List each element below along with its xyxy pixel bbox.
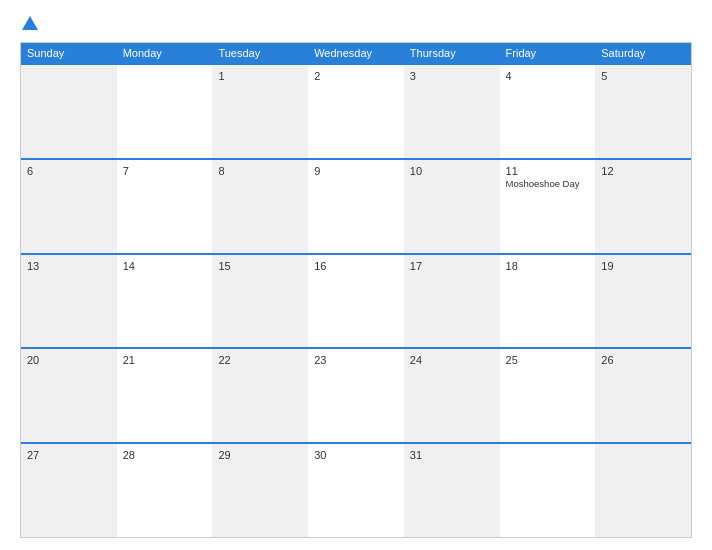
day-cell: 2 xyxy=(308,65,404,158)
day-cell: 26 xyxy=(595,349,691,442)
week-row-2: 13141516171819 xyxy=(21,253,691,348)
day-cell: 11Moshoeshoe Day xyxy=(500,160,596,253)
day-number: 19 xyxy=(601,260,685,272)
calendar-grid: SundayMondayTuesdayWednesdayThursdayFrid… xyxy=(20,42,692,538)
day-cell: 4 xyxy=(500,65,596,158)
day-number: 27 xyxy=(27,449,111,461)
day-cell: 15 xyxy=(212,255,308,348)
day-number: 29 xyxy=(218,449,302,461)
day-header-tuesday: Tuesday xyxy=(212,43,308,63)
day-number: 16 xyxy=(314,260,398,272)
day-number: 30 xyxy=(314,449,398,461)
day-number: 5 xyxy=(601,70,685,82)
day-cell: 20 xyxy=(21,349,117,442)
week-row-0: 12345 xyxy=(21,63,691,158)
day-cell: 7 xyxy=(117,160,213,253)
day-number: 20 xyxy=(27,354,111,366)
day-number: 17 xyxy=(410,260,494,272)
day-number: 26 xyxy=(601,354,685,366)
day-cell: 10 xyxy=(404,160,500,253)
day-cell: 28 xyxy=(117,444,213,537)
day-cell: 8 xyxy=(212,160,308,253)
weeks-container: 1234567891011Moshoeshoe Day1213141516171… xyxy=(21,63,691,537)
day-cell: 23 xyxy=(308,349,404,442)
day-cell: 9 xyxy=(308,160,404,253)
week-row-3: 20212223242526 xyxy=(21,347,691,442)
week-row-1: 67891011Moshoeshoe Day12 xyxy=(21,158,691,253)
day-number: 1 xyxy=(218,70,302,82)
day-number: 3 xyxy=(410,70,494,82)
day-cell: 22 xyxy=(212,349,308,442)
day-number: 15 xyxy=(218,260,302,272)
day-cell: 31 xyxy=(404,444,500,537)
day-number: 10 xyxy=(410,165,494,177)
day-number: 9 xyxy=(314,165,398,177)
day-number: 25 xyxy=(506,354,590,366)
day-number: 28 xyxy=(123,449,207,461)
day-cell: 6 xyxy=(21,160,117,253)
day-number: 12 xyxy=(601,165,685,177)
day-cell: 3 xyxy=(404,65,500,158)
day-cell: 17 xyxy=(404,255,500,348)
day-number: 8 xyxy=(218,165,302,177)
day-number: 21 xyxy=(123,354,207,366)
day-cell: 19 xyxy=(595,255,691,348)
logo-triangle-icon xyxy=(22,16,38,30)
day-number: 6 xyxy=(27,165,111,177)
day-header-thursday: Thursday xyxy=(404,43,500,63)
day-header-wednesday: Wednesday xyxy=(308,43,404,63)
day-header-saturday: Saturday xyxy=(595,43,691,63)
day-number: 7 xyxy=(123,165,207,177)
day-headers-row: SundayMondayTuesdayWednesdayThursdayFrid… xyxy=(21,43,691,63)
day-number: 11 xyxy=(506,165,590,177)
calendar-page: SundayMondayTuesdayWednesdayThursdayFrid… xyxy=(0,0,712,550)
day-cell: 25 xyxy=(500,349,596,442)
day-cell: 29 xyxy=(212,444,308,537)
day-cell: 16 xyxy=(308,255,404,348)
day-cell xyxy=(500,444,596,537)
day-cell xyxy=(595,444,691,537)
day-cell xyxy=(21,65,117,158)
day-number: 18 xyxy=(506,260,590,272)
day-cell: 27 xyxy=(21,444,117,537)
day-cell: 21 xyxy=(117,349,213,442)
day-cell: 30 xyxy=(308,444,404,537)
day-header-monday: Monday xyxy=(117,43,213,63)
header xyxy=(20,16,692,32)
day-cell: 12 xyxy=(595,160,691,253)
day-cell: 13 xyxy=(21,255,117,348)
week-row-4: 2728293031 xyxy=(21,442,691,537)
day-number: 4 xyxy=(506,70,590,82)
day-number: 13 xyxy=(27,260,111,272)
day-cell xyxy=(117,65,213,158)
day-event: Moshoeshoe Day xyxy=(506,178,580,189)
day-cell: 18 xyxy=(500,255,596,348)
day-number: 23 xyxy=(314,354,398,366)
day-cell: 1 xyxy=(212,65,308,158)
day-cell: 24 xyxy=(404,349,500,442)
day-header-sunday: Sunday xyxy=(21,43,117,63)
day-header-friday: Friday xyxy=(500,43,596,63)
day-number: 24 xyxy=(410,354,494,366)
logo xyxy=(20,16,38,32)
day-number: 2 xyxy=(314,70,398,82)
day-cell: 5 xyxy=(595,65,691,158)
day-cell: 14 xyxy=(117,255,213,348)
day-number: 22 xyxy=(218,354,302,366)
day-number: 14 xyxy=(123,260,207,272)
day-number: 31 xyxy=(410,449,494,461)
